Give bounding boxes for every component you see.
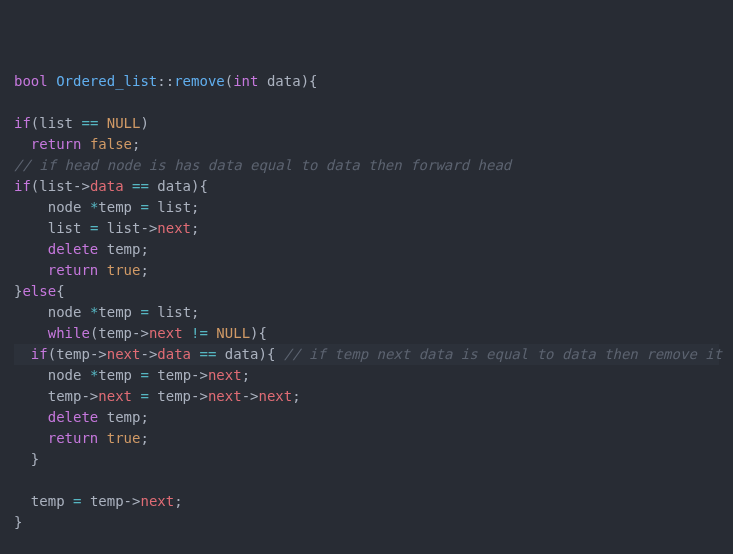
code-line: } [14,514,22,530]
paren-open: ( [48,346,56,362]
ident-node: node [48,199,82,215]
prop-next: next [98,388,132,404]
ident-list: list [39,178,73,194]
op-arrow: -> [132,325,149,341]
code-line: node *temp = list; [14,304,200,320]
code-line: while(temp->next != NULL){ [14,325,267,341]
ident-temp: temp [157,367,191,383]
code-line: } [14,451,39,467]
op-eq: == [81,115,98,131]
code-editor[interactable]: bool Ordered_list::remove(int data){ if(… [14,71,719,554]
code-line: temp = temp->next; [14,493,183,509]
ident-list: list [157,304,191,320]
ident-temp: temp [31,493,65,509]
brace-close: } [14,514,22,530]
ident-temp: temp [98,367,132,383]
comment: // if head node is has data equal to dat… [14,157,511,173]
ident-node: node [48,304,82,320]
code-line: bool Ordered_list::remove(int data){ [14,73,318,89]
ident-list: list [107,220,141,236]
semicolon: ; [174,493,182,509]
code-line: return false; [14,136,140,152]
ident-data: data [157,178,191,194]
semicolon: ; [132,136,140,152]
ident-temp: temp [107,409,141,425]
code-line: node *temp = list; [14,199,200,215]
ident-temp: temp [90,493,124,509]
code-line: }else{ [14,283,65,299]
ident-temp: temp [56,346,90,362]
null-literal: NULL [107,115,141,131]
brace-open: { [259,325,267,341]
prop-next: next [208,388,242,404]
op-arrow: -> [242,388,259,404]
paren-close: ) [250,325,258,341]
op-arrow: -> [140,346,157,362]
keyword-delete: delete [48,241,99,257]
false-literal: false [90,136,132,152]
op-arrow: -> [73,178,90,194]
ident-temp: temp [98,199,132,215]
op-arrow: -> [90,346,107,362]
prop-next: next [107,346,141,362]
op-assign: = [140,388,148,404]
ident-list: list [39,115,73,131]
ident-list: list [157,199,191,215]
keyword-if: if [14,178,31,194]
ident-temp: temp [48,388,82,404]
op-assign: = [140,199,148,215]
ident-list: list [48,220,82,236]
ident-temp: temp [107,241,141,257]
paren-open: ( [225,73,233,89]
prop-data: data [90,178,124,194]
ident-node: node [48,367,82,383]
paren-close: ) [301,73,309,89]
ident-temp: temp [98,325,132,341]
keyword-if: if [14,115,31,131]
op-arrow: -> [191,367,208,383]
prop-next: next [258,388,292,404]
ident-data: data [225,346,259,362]
code-line: return true; [14,262,149,278]
prop-next: next [157,220,191,236]
semicolon: ; [191,199,199,215]
code-line [14,472,22,488]
keyword-return: return [31,136,82,152]
semicolon: ; [242,367,250,383]
code-line [14,94,22,110]
brace-open: { [56,283,64,299]
semicolon: ; [140,409,148,425]
brace-open: { [309,73,317,89]
op-arrow: -> [124,493,141,509]
param-data: data [267,73,301,89]
semicolon: ; [140,262,148,278]
prop-data: data [157,346,191,362]
true-literal: true [107,430,141,446]
op-assign: = [140,304,148,320]
op-assign: = [90,220,98,236]
function-name: remove [174,73,225,89]
op-assign: = [140,367,148,383]
keyword-if: if [31,346,48,362]
prop-next: next [149,325,183,341]
op-arrow: -> [191,388,208,404]
comment: // if temp next data is equal to data th… [284,346,722,362]
op-scope: :: [157,73,174,89]
keyword-delete: delete [48,409,99,425]
ident-temp: temp [157,388,191,404]
brace-open: { [267,346,275,362]
op-assign: = [73,493,81,509]
brace-open: { [199,178,207,194]
code-line [14,535,22,551]
keyword-int: int [233,73,258,89]
op-eq: == [132,178,149,194]
prop-next: next [140,493,174,509]
code-line: list = list->next; [14,220,199,236]
keyword-return: return [48,430,99,446]
op-arrow: -> [140,220,157,236]
semicolon: ; [292,388,300,404]
code-line: return true; [14,430,149,446]
keyword-else: else [22,283,56,299]
semicolon: ; [191,220,199,236]
op-arrow: -> [81,388,98,404]
